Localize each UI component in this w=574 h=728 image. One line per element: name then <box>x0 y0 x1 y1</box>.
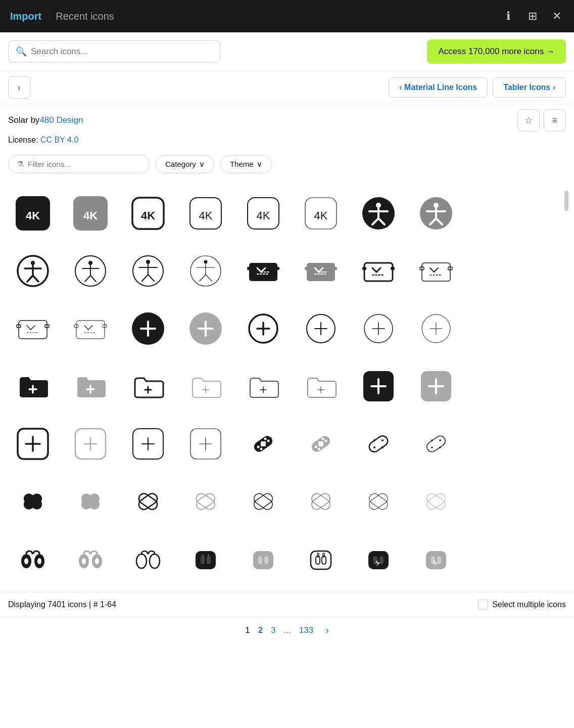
icon-accessibility-bold-gray[interactable] <box>408 186 464 241</box>
svg-line-41 <box>148 275 154 281</box>
icon-add-square-outline-dark[interactable] <box>5 416 61 472</box>
icon-bandage-cross-outline-medium[interactable] <box>178 474 233 529</box>
icon-bandage-outline-dark[interactable] <box>351 416 406 472</box>
icon-4k-bold-dark[interactable]: 4K <box>5 186 61 241</box>
info-icon[interactable]: ℹ <box>499 7 517 25</box>
icon-bandage-cross-outline-lighter1[interactable] <box>235 474 291 529</box>
icon-4k-outline-dark[interactable]: 4K <box>120 186 176 241</box>
svg-rect-172 <box>425 491 447 511</box>
page-2[interactable]: 2 <box>258 625 263 635</box>
icon-4k-outline-thin[interactable]: 4K <box>293 186 349 241</box>
icon-add-folder-bold-gray[interactable] <box>63 358 118 414</box>
icon-earbuds-bold-dark[interactable] <box>5 531 61 587</box>
icon-add-circle-bold-dark[interactable] <box>120 301 176 356</box>
icon-add-square-outline-thin[interactable] <box>178 416 233 472</box>
icon-bandage-cross-bold-dark[interactable] <box>5 474 61 529</box>
category-filter[interactable]: Category ∨ <box>156 155 214 173</box>
icon-battery-outline2-dark[interactable] <box>5 301 61 356</box>
icon-add-folder-outline-thin[interactable] <box>293 358 349 414</box>
scrollbar[interactable] <box>564 186 569 587</box>
icon-airpod-case-gray[interactable] <box>235 531 291 587</box>
svg-point-137 <box>267 440 270 442</box>
icon-add-square-bold-dark[interactable] <box>351 358 406 414</box>
icon-add-folder-bold-dark[interactable] <box>5 358 61 414</box>
icon-add-square-outline-medium[interactable] <box>120 416 176 472</box>
icon-add-circle-outline-lighter[interactable] <box>408 301 464 356</box>
license-link[interactable]: CC BY 4.0 <box>40 135 78 144</box>
star-button[interactable]: ☆ <box>517 109 540 131</box>
page-133[interactable]: 133 <box>299 625 313 635</box>
svg-line-83 <box>84 326 88 330</box>
icon-bandage-cross-outline-lighter2[interactable] <box>293 474 349 529</box>
icon-accessibility-outline-circle[interactable] <box>63 243 118 299</box>
icon-battery-bold-dark[interactable] <box>235 243 291 299</box>
icon-battery-outline-dark[interactable] <box>351 243 406 299</box>
svg-rect-63 <box>362 267 366 270</box>
icon-add-circle-outline-medium[interactable] <box>293 301 349 356</box>
icon-add-folder-outline-medium[interactable] <box>178 358 233 414</box>
tabler-icons-pill[interactable]: Tabler Icons › <box>493 77 566 98</box>
back-button[interactable]: ‹ <box>8 76 30 99</box>
icon-bandage-cross-bold-gray[interactable] <box>63 474 118 529</box>
icon-4k-outline-light[interactable]: 4K <box>235 186 291 241</box>
icon-4k-bold-gray[interactable]: 4K <box>63 186 118 241</box>
nav-pills: ‹ Material Line Icons Tabler Icons › <box>389 77 566 98</box>
recent-icons-tab[interactable]: Recent icons <box>54 7 116 26</box>
svg-rect-147 <box>367 434 390 453</box>
layout-icon[interactable]: ⊞ <box>523 7 542 25</box>
icon-bandage-outline-thin[interactable] <box>408 416 464 472</box>
icon-airpod-case-charge-gray[interactable] <box>408 531 464 587</box>
list-button[interactable]: ≡ <box>544 109 566 131</box>
icon-bandage-cross-outline-dark[interactable] <box>120 474 176 529</box>
action-icons: ☆ ≡ <box>517 109 566 131</box>
import-tab[interactable]: Import <box>8 7 43 26</box>
material-line-icons-pill[interactable]: ‹ Material Line Icons <box>389 77 488 98</box>
svg-text:4K: 4K <box>257 209 270 222</box>
search-row: 🔍 Access 170,000 more icons → <box>0 32 574 71</box>
icon-add-circle-bold-gray[interactable] <box>178 301 233 356</box>
svg-point-31 <box>88 261 92 265</box>
icon-battery-outline-thin[interactable] <box>408 243 464 299</box>
designer-link[interactable]: 480 Design <box>39 115 83 125</box>
icon-bandage-bold-gray[interactable] <box>293 416 349 472</box>
icon-earbuds-outline-dark[interactable] <box>120 531 176 587</box>
icon-battery-outline-lighter[interactable] <box>63 301 118 356</box>
icon-bandage-cross-outline-thin2[interactable] <box>408 474 464 529</box>
icon-accessibility-no-circle[interactable] <box>120 243 176 299</box>
svg-rect-185 <box>207 556 211 564</box>
page-3[interactable]: 3 <box>271 625 275 635</box>
icon-accessibility-outline-dark[interactable] <box>5 243 61 299</box>
icon-4k-outline-medium[interactable]: 4K <box>178 186 233 241</box>
theme-label: Theme <box>230 160 254 168</box>
icon-bandage-cross-outline-thin1[interactable] <box>351 474 406 529</box>
icon-airpod-case-outline[interactable] <box>293 531 349 587</box>
search-input[interactable] <box>31 47 213 57</box>
svg-rect-192 <box>265 554 267 557</box>
icon-add-folder-outline-dark[interactable] <box>120 358 176 414</box>
filter-input[interactable] <box>28 160 141 168</box>
page-1[interactable]: 1 <box>245 625 250 635</box>
select-multiple-checkbox[interactable] <box>478 600 488 610</box>
page-next[interactable]: › <box>325 624 329 636</box>
icon-accessibility-outline-lighter[interactable] <box>178 243 233 299</box>
svg-point-150 <box>381 446 384 448</box>
icon-airpod-case-charge-dark[interactable] <box>351 531 406 587</box>
svg-rect-158 <box>22 491 44 511</box>
icon-add-folder-outline-lighter[interactable] <box>235 358 291 414</box>
icon-add-circle-outline-thin[interactable] <box>351 301 406 356</box>
icon-airpod-case-dark[interactable] <box>178 531 233 587</box>
svg-text:4K: 4K <box>83 209 98 222</box>
access-button[interactable]: Access 170,000 more icons → <box>427 39 566 64</box>
icon-add-square-bold-gray[interactable] <box>408 358 464 414</box>
close-icon[interactable]: ✕ <box>548 7 566 25</box>
svg-point-154 <box>439 439 441 441</box>
theme-chevron: ∨ <box>257 160 262 169</box>
svg-point-37 <box>146 260 150 264</box>
icon-bandage-bold-dark[interactable] <box>235 416 291 472</box>
icon-add-circle-outline-border[interactable] <box>235 301 291 356</box>
theme-filter[interactable]: Theme ∨ <box>220 155 272 173</box>
icon-accessibility-bold-dark[interactable] <box>351 186 406 241</box>
icon-earbuds-bold-gray[interactable] <box>63 531 118 587</box>
icon-add-square-outline-gray[interactable] <box>63 416 118 472</box>
icon-battery-bold-gray[interactable] <box>293 243 349 299</box>
